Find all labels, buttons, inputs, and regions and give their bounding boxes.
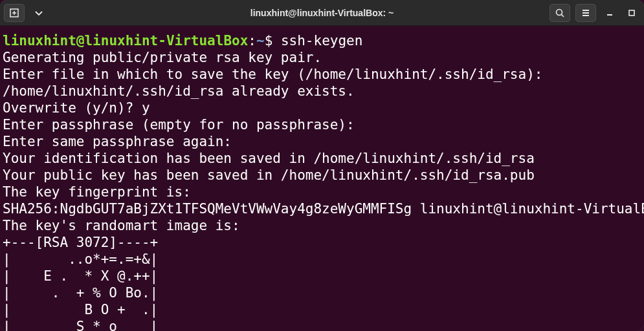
prompt-dollar: $ bbox=[265, 33, 273, 48]
titlebar-right-group bbox=[550, 4, 640, 22]
new-tab-button[interactable] bbox=[4, 4, 25, 22]
minimize-button[interactable] bbox=[601, 5, 618, 21]
menu-button[interactable] bbox=[575, 4, 596, 22]
output-line: Generating public/private rsa key pair. bbox=[3, 50, 322, 65]
output-line: +---[RSA 3072]----+ bbox=[3, 235, 158, 250]
command-text: ssh-keygen bbox=[272, 33, 362, 48]
prompt-colon: : bbox=[248, 33, 256, 48]
new-tab-icon bbox=[9, 8, 19, 18]
maximize-button[interactable] bbox=[623, 5, 640, 21]
prompt-user: linuxhint bbox=[3, 33, 76, 48]
svg-point-3 bbox=[557, 9, 562, 15]
output-line: Enter passphrase (empty for no passphras… bbox=[3, 117, 355, 133]
output-line: The key fingerprint is: bbox=[3, 184, 191, 200]
prompt-path: ~ bbox=[256, 33, 265, 48]
window-title: linuxhint@linuxhint-VirtualBox: ~ bbox=[0, 8, 644, 18]
output-line: | ..o*+=.=+&| bbox=[3, 251, 158, 267]
svg-rect-9 bbox=[629, 10, 634, 16]
maximize-icon bbox=[628, 9, 636, 17]
output-line: Your identification has been saved in /h… bbox=[3, 151, 535, 166]
output-line: | B O + .| bbox=[3, 302, 158, 317]
chevron-down-icon bbox=[34, 8, 44, 18]
search-button[interactable] bbox=[550, 4, 570, 22]
tab-dropdown-button[interactable] bbox=[28, 4, 49, 22]
terminal-content[interactable]: linuxhint@linuxhint-VirtualBox:~$ ssh-ke… bbox=[0, 26, 644, 331]
prompt-at: @ bbox=[76, 33, 85, 48]
output-line: Enter file in which to save the key (/ho… bbox=[3, 67, 542, 82]
output-line: The key's randomart image is: bbox=[3, 218, 240, 233]
svg-line-4 bbox=[562, 14, 564, 17]
output-line: | . + % O Bo.| bbox=[3, 285, 158, 301]
titlebar: linuxhint@linuxhint-VirtualBox: ~ bbox=[0, 0, 644, 26]
output-line: Enter same passphrase again: bbox=[3, 134, 232, 149]
output-line: SHA256:NgdbGUT7aBjZXt1TFSQMeVtVWwVay4g8z… bbox=[3, 201, 644, 217]
terminal-window: linuxhint@linuxhint-VirtualBox: ~ bbox=[0, 0, 644, 331]
hamburger-icon bbox=[581, 8, 591, 18]
output-line: | E . * X @.++| bbox=[3, 268, 158, 284]
output-line: | S * o | bbox=[3, 319, 158, 331]
prompt-host: linuxhint-VirtualBox bbox=[84, 33, 248, 48]
output-line: Your public key has been saved in /home/… bbox=[3, 167, 535, 183]
output-line: /home/linuxhint/.ssh/id_rsa already exis… bbox=[3, 83, 355, 99]
minimize-icon bbox=[606, 9, 614, 17]
search-icon bbox=[555, 8, 565, 18]
output-line: Overwrite (y/n)? y bbox=[3, 100, 150, 116]
